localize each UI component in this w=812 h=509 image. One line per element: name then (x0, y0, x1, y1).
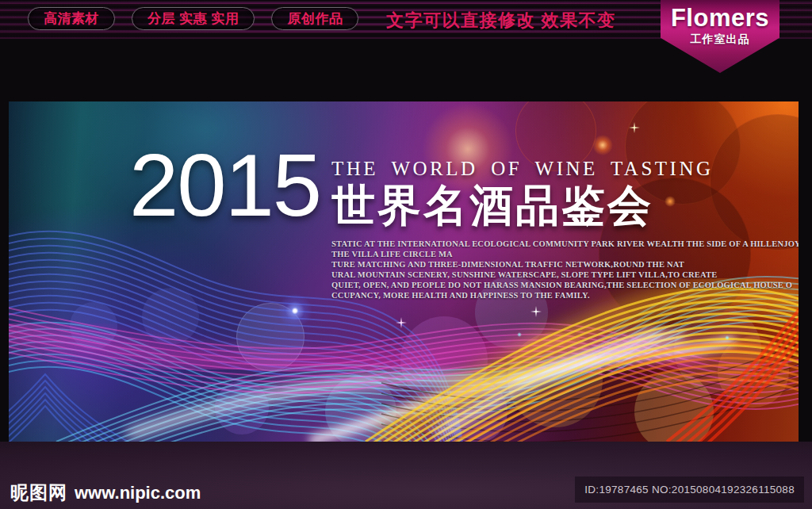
flomers-studio-badge: Flomers 工作室出品 (661, 0, 779, 73)
image-id-text: ID:19787465 NO:20150804192326115088 (575, 476, 804, 503)
nipic-preview-page: 高清素材 分层 实惠 实用 原创作品 文字可以直接修改 效果不变 Flomers… (0, 0, 812, 509)
wine-tasting-poster: 2015 THE WORLD OF WINE TASTING 世界名酒品鉴会 S… (9, 101, 799, 442)
site-url: www.nipic.com (75, 483, 201, 503)
body-line: QUIET, OPEN, AND PEOPLE DO NOT HARASS MA… (331, 280, 776, 290)
body-line: STATIC AT THE INTERNATIONAL ECOLOGICAL C… (331, 239, 776, 249)
body-line: THE VILLA LIFE CIRCLE MA (331, 249, 776, 259)
nipic-logo: 昵图网 www.nipic.com (10, 480, 201, 505)
tag-row: 高清素材 分层 实惠 实用 原创作品 (28, 7, 358, 30)
poster-year: 2015 (129, 141, 320, 230)
tag-hd-material: 高清素材 (28, 7, 115, 30)
tag-original-work: 原创作品 (271, 7, 358, 30)
body-line: CCUPANCY, MORE HEALTH AND HAPPINESS TO T… (331, 290, 776, 300)
poster-title-chinese: 世界名酒品鉴会 (331, 182, 776, 230)
poster-title-block: THE WORLD OF WINE TASTING 世界名酒品鉴会 STATIC… (331, 157, 776, 300)
body-line: TURE MATCHING AND THREE-DIMENSIONAL TRAF… (331, 259, 776, 270)
site-name: 昵图网 (10, 480, 67, 505)
tag-layered-practical: 分层 实惠 实用 (132, 7, 255, 30)
badge-brand-name: Flomers (661, 4, 779, 33)
watermark-footer: 昵图网 www.nipic.com ID:19787465 NO:2015080… (0, 442, 812, 509)
badge-studio-label: 工作室出品 (661, 33, 779, 47)
poster-body-text: STATIC AT THE INTERNATIONAL ECOLOGICAL C… (331, 239, 776, 300)
poster-title-english: THE WORLD OF WINE TASTING (331, 157, 776, 181)
editable-text-promo: 文字可以直接修改 效果不变 (386, 9, 616, 33)
body-line: URAL MOUNTAIN SCENERY, SUNSHINE WATERSCA… (331, 270, 776, 280)
